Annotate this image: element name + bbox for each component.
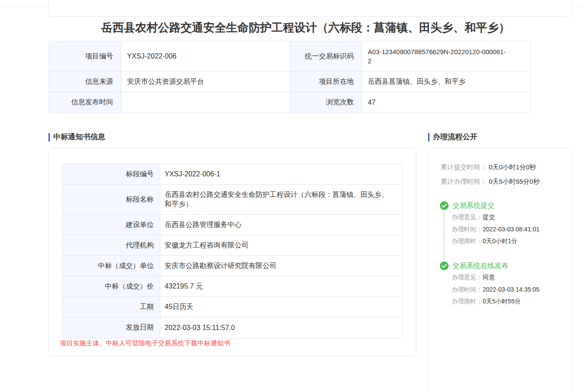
summary-line: 累计提交时间：0天0小时1分0秒 — [441, 163, 563, 172]
top-card — [48, 0, 573, 17]
step-meta-line: 办理意见：提交 — [452, 213, 565, 221]
notice-row-label: 中标（成交）单位 — [62, 256, 160, 276]
notice-section-header: 中标通知书信息 — [48, 133, 105, 141]
step-meta-value: 0天5小时55分 — [483, 297, 521, 306]
step-meta-label: 办理时间： — [452, 226, 482, 233]
summary-label: 累计提交时间： — [441, 163, 487, 171]
step-meta-label: 办理用时： — [452, 237, 482, 244]
summary-value: 0天5小时55分0秒 — [489, 177, 540, 186]
step-meta-value: 0天0小时1分 — [483, 237, 517, 245]
notice-row-value: 岳西县公路管理服务中心 — [160, 215, 402, 235]
process-section-header: 办理流程公开 — [428, 133, 477, 141]
info-label: 项目所在地 — [290, 72, 362, 92]
info-label: 项目编号 — [49, 41, 121, 71]
section-accent-bar — [428, 133, 429, 141]
summary-value: 0天0小时1分0秒 — [489, 163, 536, 172]
step-meta-label: 办理意见： — [452, 213, 482, 220]
step-meta-label: 办理意见： — [452, 274, 482, 281]
step-meta-line: 办理时间：2022-03-03 08:41:01 — [452, 225, 565, 234]
notice-row-label: 中标（成交）价 — [62, 276, 160, 296]
notice-table: 标段编号YXSJ-2022-006-1标段名称岳西县农村公路交通安全生命防护工程… — [62, 164, 403, 338]
timeline-connector — [444, 212, 444, 260]
info-value: 安庆市公共资源交易平台 — [121, 72, 290, 92]
step-meta-value: 同意 — [483, 273, 495, 282]
info-value: A03-12340800788576629N-20220120-000061-2 — [362, 41, 530, 71]
step-meta-value: 2022-03-03 14:35:05 — [483, 285, 539, 294]
process-card: 累计提交时间：0天0小时1分0秒累计办理时间：0天5小时55分0秒交易系统提交办… — [428, 148, 572, 392]
info-value: YXSJ-2022-006 — [121, 41, 290, 71]
notice-card: 标段编号YXSJ-2022-006-1标段名称岳西县农村公路交通安全生命防护工程… — [48, 148, 416, 356]
step-meta-line: 办理意见：同意 — [452, 273, 565, 282]
info-label: 信息来源 — [49, 72, 121, 92]
notice-note: 项目实施主体、中标人可登陆电子交易系统下载中标通知书 — [60, 339, 230, 347]
notice-row-value: YXSJ-2022-006-1 — [160, 164, 402, 184]
info-value — [121, 92, 290, 113]
step-meta-line: 办理用时：0天5小时55分 — [452, 297, 565, 306]
step-meta-label: 办理用时： — [452, 298, 482, 305]
notice-row-label: 工期 — [62, 297, 160, 317]
notice-row-label: 代理机构 — [62, 235, 160, 255]
summary-line: 累计办理时间：0天5小时55分0秒 — [441, 177, 563, 186]
process-section-title: 办理流程公开 — [433, 133, 477, 141]
info-label: 浏览次数 — [290, 92, 362, 113]
notice-row-value: 岳西县农村公路交通安全生命防护工程设计（六标段：菖蒲镇、田头乡、和平乡） — [160, 185, 402, 214]
notice-row-label: 标段编号 — [62, 164, 160, 184]
notice-row-value: 安庆市公路勘察设计研究院有限公司 — [160, 256, 402, 276]
info-label: 统一交易标识码 — [290, 41, 362, 71]
notice-row-value: 2022-03-03 15:11:57.0 — [160, 317, 402, 338]
check-circle-icon — [440, 201, 449, 210]
notice-row-value: 安徽龙方工程咨询有限公司 — [160, 235, 402, 255]
notice-row-label: 发放日期 — [62, 317, 160, 338]
notice-section-title: 中标通知书信息 — [53, 133, 105, 141]
step-meta-value: 2022-03-03 08:41:01 — [483, 225, 539, 234]
step-title: 交易系统提交 — [453, 201, 494, 210]
notice-row-value: 45日历天 — [160, 297, 402, 317]
step-meta-label: 办理时间： — [452, 286, 482, 293]
step-meta-value: 提交 — [483, 213, 495, 221]
notice-row-value: 432195.7 元 — [160, 276, 402, 296]
step-meta-line: 办理时间：2022-03-03 14:35:05 — [452, 285, 565, 294]
section-accent-bar — [48, 133, 50, 141]
info-value: 岳西县菖蒲镇、田头乡、和平乡 — [362, 72, 530, 92]
project-info-table: 项目编号 YXSJ-2022-006 统一交易标识码 A03-123408007… — [48, 41, 531, 113]
notice-row-label: 建设单位 — [62, 215, 160, 235]
info-label: 信息发布时间 — [49, 92, 121, 113]
step-meta-line: 办理用时：0天0小时1分 — [452, 237, 565, 245]
page-title: 岳西县农村公路交通安全生命防护工程设计（六标段：菖蒲镇、田头乡、和平乡） — [48, 20, 563, 35]
check-circle-icon — [440, 261, 449, 270]
info-value: 47 — [362, 92, 530, 113]
summary-label: 累计办理时间： — [441, 178, 487, 185]
notice-row-label: 标段名称 — [62, 185, 160, 214]
step-title: 交易系统在线发布 — [453, 261, 508, 270]
